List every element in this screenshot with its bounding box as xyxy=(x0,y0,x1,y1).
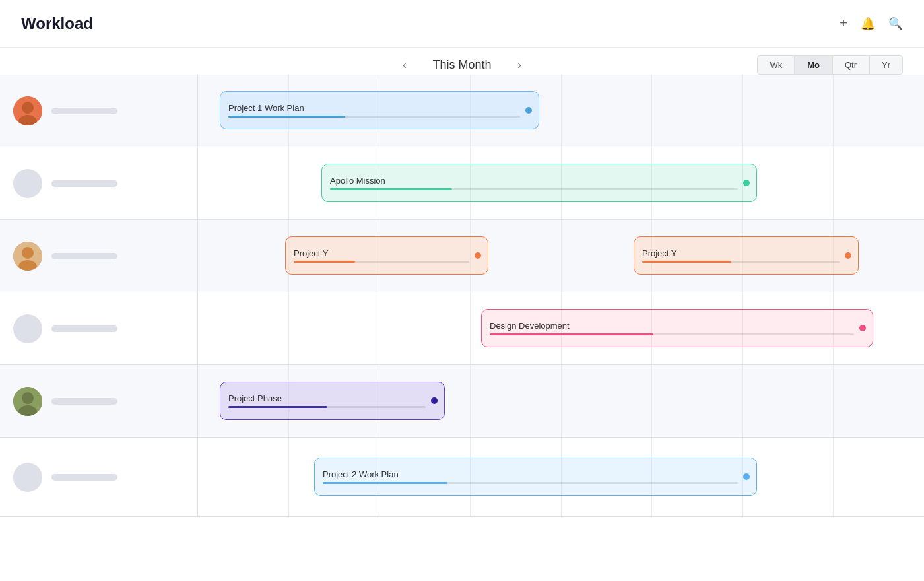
row1-left xyxy=(0,75,198,147)
avatar-1 xyxy=(13,96,42,125)
row1-right: Project 1 Work Plan xyxy=(198,75,924,147)
gantt-row-3: Project Y Project Y xyxy=(0,220,924,292)
bar-progress-track-4 xyxy=(490,333,854,335)
gantt-row-1: Project 1 Work Plan xyxy=(0,75,924,147)
bar-dot-5 xyxy=(431,397,438,404)
user5-name-placeholder xyxy=(51,398,117,405)
bar-progress-track-1 xyxy=(228,116,520,118)
gantt-row-6: Project 2 Work Plan xyxy=(0,438,924,517)
svg-point-1 xyxy=(22,102,34,114)
bar-title-project1: Project 1 Work Plan xyxy=(228,103,531,113)
tab-mo[interactable]: Mo xyxy=(795,55,832,75)
current-period-label: This Month xyxy=(422,58,502,72)
gantt-row-2: Apollo Mission xyxy=(0,147,924,220)
gantt-bar-project1-workplan[interactable]: Project 1 Work Plan xyxy=(220,91,539,129)
gantt-bar-projecty-2[interactable]: Project Y xyxy=(634,236,859,275)
bar-progress-fill-1 xyxy=(228,116,345,118)
bar-dot-6 xyxy=(743,473,750,480)
row3-right: Project Y Project Y xyxy=(198,220,924,292)
bar-progress-fill-3a xyxy=(294,261,355,263)
bar-progress-fill-6 xyxy=(323,482,447,484)
bar-title-project-phase: Project Phase xyxy=(228,393,436,403)
bar-progress-track-2 xyxy=(330,188,738,190)
bar-progress-fill-3b xyxy=(642,261,731,263)
row5-right: Project Phase xyxy=(198,365,924,437)
bar-title-apollo: Apollo Mission xyxy=(330,176,748,186)
user1-name-placeholder xyxy=(51,108,117,114)
gantt-bar-project2-workplan[interactable]: Project 2 Work Plan xyxy=(314,458,757,496)
row2-right: Apollo Mission xyxy=(198,147,924,219)
bar-progress-track-3a xyxy=(294,261,469,263)
row4-right: Design Development xyxy=(198,292,924,364)
tab-yr[interactable]: Yr xyxy=(869,55,903,75)
bar-title-projecty-2: Project Y xyxy=(642,248,850,258)
gantt-bar-apollo[interactable]: Apollo Mission xyxy=(321,164,757,202)
user6-name-placeholder xyxy=(51,474,117,481)
bell-icon[interactable]: 🔔 xyxy=(861,17,875,31)
user2-name-placeholder xyxy=(51,180,117,187)
header: Workload + 🔔 🔍 xyxy=(0,0,924,48)
view-tabs: Wk Mo Qtr Yr xyxy=(757,55,903,75)
row2-left xyxy=(0,147,198,219)
avatar-5 xyxy=(13,387,42,416)
row5-left xyxy=(0,365,198,437)
svg-point-4 xyxy=(22,247,34,259)
bar-progress-track-3b xyxy=(642,261,840,263)
bar-progress-fill-4 xyxy=(490,333,653,335)
bar-progress-fill-5 xyxy=(228,406,327,408)
row4-left xyxy=(0,292,198,364)
header-icons: + 🔔 🔍 xyxy=(840,16,903,31)
bar-progress-fill-2 xyxy=(330,188,452,190)
bar-dot-3a xyxy=(475,252,481,259)
add-icon[interactable]: + xyxy=(840,16,847,31)
gantt-row-4: Design Development xyxy=(0,292,924,365)
bar-dot-2 xyxy=(743,180,750,186)
svg-point-7 xyxy=(22,392,34,404)
user4-name-placeholder xyxy=(51,325,117,332)
nav-center: ‹ This Month › xyxy=(397,55,527,75)
tab-qtr[interactable]: Qtr xyxy=(832,55,869,75)
bar-dot-3b xyxy=(845,252,851,259)
bar-dot-4 xyxy=(859,325,866,331)
avatar-4-empty xyxy=(13,314,42,343)
row3-left xyxy=(0,220,198,292)
gantt-bar-design-dev[interactable]: Design Development xyxy=(481,309,873,347)
avatar-6-empty xyxy=(13,463,42,492)
search-icon[interactable]: 🔍 xyxy=(888,17,903,31)
next-period-button[interactable]: › xyxy=(512,55,527,75)
bar-progress-track-5 xyxy=(228,406,426,408)
user3-name-placeholder xyxy=(51,253,117,259)
prev-period-button[interactable]: ‹ xyxy=(397,55,412,75)
bar-dot-1 xyxy=(525,107,532,114)
bar-title-design-dev: Design Development xyxy=(490,321,865,331)
nav-bar: ‹ This Month › Wk Mo Qtr Yr xyxy=(0,48,924,75)
row6-right: Project 2 Work Plan xyxy=(198,438,924,516)
gantt-bar-projecty-1[interactable]: Project Y xyxy=(285,236,488,275)
gantt-bar-project-phase[interactable]: Project Phase xyxy=(220,382,445,420)
avatar-2 xyxy=(13,169,42,198)
app-title: Workload xyxy=(21,15,93,33)
row6-left xyxy=(0,438,198,516)
gantt-row-5: Project Phase xyxy=(0,365,924,438)
bar-title-project2: Project 2 Work Plan xyxy=(323,469,748,479)
app-container: Workload + 🔔 🔍 ‹ This Month › Wk Mo Qtr … xyxy=(0,0,924,581)
grid-area: Project 1 Work Plan xyxy=(0,75,924,581)
avatar-3 xyxy=(13,242,42,271)
bar-progress-track-6 xyxy=(323,482,738,484)
tab-wk[interactable]: Wk xyxy=(757,55,795,75)
bar-title-projecty-1: Project Y xyxy=(294,248,480,258)
